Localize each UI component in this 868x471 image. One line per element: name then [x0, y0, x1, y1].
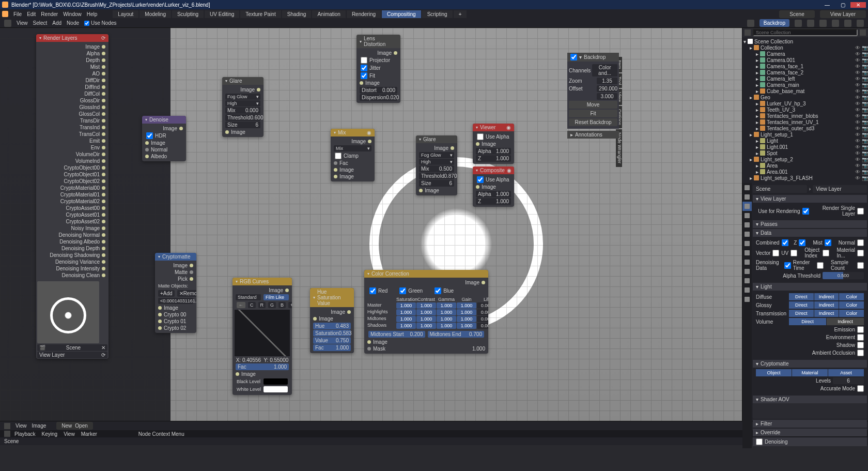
tab-sculpting[interactable]: Sculpting — [172, 10, 204, 18]
output-socket[interactable]: Denoising Shadowing — [38, 252, 106, 259]
mix-field[interactable]: Mix0.500 — [419, 165, 454, 172]
light-btn[interactable]: Indirect — [814, 301, 839, 309]
crypto-material-btn[interactable]: Material — [792, 369, 828, 376]
fit-check[interactable]: Fit — [359, 72, 398, 80]
usealpha-check[interactable]: Use Alpha — [475, 133, 512, 141]
light-btn[interactable]: Indirect — [814, 293, 839, 300]
light-btn[interactable]: Indirect — [814, 310, 839, 317]
outliner-row[interactable]: ▸Tentacles_inner_blobs👁📷 — [743, 113, 867, 119]
node-cryptomatte[interactable]: ▾Cryptomatte Image Matte Pick Matte Obje… — [155, 253, 196, 333]
section-cryptomatte[interactable]: ▾Cryptomatte — [753, 360, 867, 368]
backdrop-header[interactable]: ▾Backdrop — [567, 53, 619, 62]
tab-scripting[interactable]: Scripting — [422, 10, 453, 18]
menu-help[interactable]: Help — [87, 11, 98, 17]
node-mix[interactable]: ▾Mix◉ Image Mix Clamp Fac Image Image — [331, 129, 375, 181]
output-socket[interactable]: DiffDir — [38, 77, 106, 84]
output-socket[interactable]: CryptoMaterial00 — [38, 185, 106, 191]
output-socket[interactable]: Depth — [38, 57, 106, 64]
node-composite[interactable]: ▾Composite◉ Use Alpha Image Alpha1.000 Z… — [473, 166, 514, 207]
output-socket[interactable]: CryptoAsset00 — [38, 205, 106, 211]
output-socket[interactable]: Emit — [38, 138, 106, 144]
cc-value[interactable]: 1.000 — [457, 302, 476, 309]
size-field[interactable]: Size6 — [225, 121, 260, 128]
z-field[interactable]: Z1.000 — [476, 198, 511, 205]
playback-menu[interactable]: Playback — [14, 431, 36, 437]
tab-animation[interactable]: Animation — [312, 10, 345, 18]
black-level-swatch[interactable] — [264, 378, 288, 385]
color-mode-select[interactable]: Color and... — [592, 64, 617, 77]
annotations-header[interactable]: ▸Annotations — [567, 131, 619, 139]
output-socket[interactable]: Noisy Image — [38, 225, 106, 232]
cc-value[interactable]: 1.000 — [416, 309, 436, 315]
tab-modifier[interactable] — [742, 239, 752, 248]
output-socket[interactable]: DiffInd — [38, 84, 106, 90]
cc-value[interactable]: 0.000 — [477, 309, 488, 315]
hdr-check[interactable]: HDR — [144, 132, 184, 140]
scene-selector[interactable]: Scene — [779, 10, 814, 18]
ch-c[interactable]: ← — [237, 302, 245, 308]
offset-x-field[interactable]: 290.000 — [597, 85, 617, 92]
marker-menu[interactable]: Marker — [81, 431, 97, 437]
mix-field[interactable]: Mix0.000 — [225, 107, 260, 114]
white-level-swatch[interactable] — [264, 386, 288, 392]
node-hsv[interactable]: ▾Hue Saturation Value Image Image Hue0.4… — [310, 288, 354, 353]
outliner-row[interactable]: ▸Lurker_UV_hp_3👁📷 — [743, 100, 867, 107]
scene-crumb[interactable]: Scene — [753, 185, 807, 193]
outliner-tree[interactable]: ▾Scene Collection▸Collection👁📷▸Camera👁📷▸… — [742, 37, 868, 183]
tab-texture[interactable] — [742, 295, 752, 304]
output-socket[interactable]: Denoising Intensity — [38, 265, 106, 272]
editor-type-icon[interactable] — [4, 20, 11, 27]
offset-y-field[interactable]: 3.000 — [597, 93, 617, 100]
cc-value[interactable]: 1.000 — [457, 309, 476, 315]
output-socket[interactable]: GlossInd — [38, 104, 106, 111]
matte-id[interactable]: <0.00014031161... — [158, 298, 193, 304]
tab-scene[interactable] — [742, 211, 752, 220]
output-socket[interactable]: VolumeDir — [38, 151, 106, 158]
crypto-asset-btn[interactable]: Asset — [828, 369, 864, 376]
fac-field[interactable]: Fac1.000 — [313, 344, 351, 351]
minimize-button[interactable]: — — [819, 2, 835, 8]
output-socket[interactable]: Env — [38, 144, 106, 151]
output-socket[interactable]: CryptoMaterial02 — [38, 198, 106, 205]
fit-button[interactable]: Fit — [569, 110, 617, 117]
output-socket[interactable]: CryptoAsset01 — [38, 211, 106, 218]
tb-view[interactable]: View — [17, 20, 28, 26]
tab-texpaint[interactable]: Texture Paint — [240, 10, 281, 18]
alpha-threshold-slider[interactable]: 0.500 — [823, 272, 864, 279]
outliner-row[interactable]: ▸Light_setup_1👁📷 — [743, 131, 867, 138]
filter-icon[interactable] — [860, 29, 866, 36]
node-render-layers[interactable]: ▾Render Layers⟳ ImageAlphaDepthMistAODif… — [36, 34, 109, 359]
tab-constraint[interactable] — [742, 267, 752, 276]
output-socket[interactable]: Denoising Variance — [38, 259, 106, 265]
tab-uv[interactable]: UV Editing — [205, 10, 239, 18]
ch-c[interactable]: C — [248, 302, 256, 308]
tools-icon[interactable]: + — [288, 302, 292, 308]
outliner-type-icon[interactable] — [745, 29, 751, 36]
maximize-button[interactable]: ▢ — [835, 2, 850, 8]
ck[interactable] — [823, 250, 829, 256]
threshold-field[interactable]: Threshold0.600 — [225, 114, 260, 121]
ck[interactable] — [772, 250, 779, 256]
tb-node[interactable]: Node — [67, 20, 79, 26]
outliner-row[interactable]: ▸Camera_left👁📷 — [743, 75, 867, 82]
move-button[interactable]: Move — [569, 101, 617, 109]
tab-material[interactable] — [742, 285, 752, 295]
output-socket[interactable]: DiffCol — [38, 90, 106, 97]
light-btn[interactable]: Color — [839, 301, 864, 309]
dispersion-field[interactable]: Dispersion0.020 — [360, 94, 397, 101]
light-btn[interactable]: Color — [839, 293, 864, 300]
ck[interactable] — [791, 250, 797, 256]
filmlike-btn[interactable]: Film Like — [264, 294, 289, 300]
cc-value[interactable]: 1.000 — [457, 316, 476, 322]
timeline-icon[interactable] — [4, 431, 10, 437]
output-socket[interactable]: Denoising Clean — [38, 272, 106, 279]
output-socket[interactable]: Denoising Depth — [38, 245, 106, 252]
ck[interactable] — [784, 262, 791, 269]
preview-icon[interactable]: ◉ — [507, 168, 512, 173]
outliner-row[interactable]: ▸Light_setup_3_FLASH👁📷 — [743, 175, 867, 181]
outliner-row[interactable]: ▸Camera_face_1👁📷 — [743, 63, 867, 69]
node-denoise[interactable]: ▾Denoise Image HDR Image Normal Albedo — [142, 116, 186, 161]
curve-editor[interactable] — [235, 310, 290, 356]
outliner-row[interactable]: ▸Cube_base_mat👁📷 — [743, 88, 867, 94]
menu-file[interactable]: File — [13, 11, 22, 17]
